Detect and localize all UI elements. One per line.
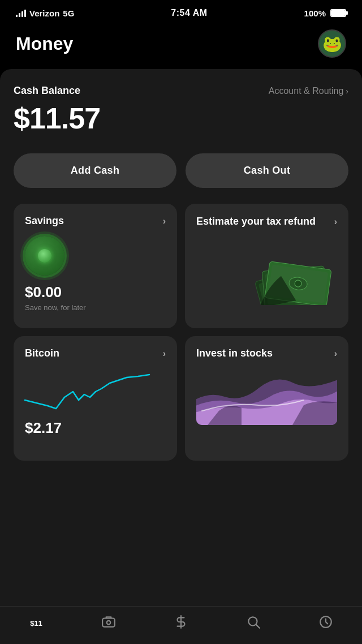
cash-balance-header: Cash Balance Account & Routing › — [14, 85, 348, 97]
nav-item-dollar[interactable] — [164, 615, 198, 632]
chevron-right-icon: › — [334, 349, 337, 359]
battery-fill — [331, 10, 345, 16]
chevron-right-icon: › — [346, 87, 348, 96]
savings-card[interactable]: Savings › $0.00 Save now, for later — [14, 204, 177, 328]
status-left: Verizon 5G — [16, 8, 74, 18]
invest-chart — [196, 368, 337, 425]
invest-stocks-card[interactable]: Invest in stocks › — [185, 336, 348, 461]
add-cash-button[interactable]: Add Cash — [14, 153, 176, 188]
status-bar: Verizon 5G 7:54 AM 100% — [0, 0, 362, 24]
svg-line-12 — [256, 625, 260, 628]
carrier-label: Verizon — [29, 8, 59, 18]
nav-balance-label: $11 — [30, 619, 42, 628]
bitcoin-card-title: Bitcoin › — [25, 347, 166, 359]
status-right: 100% — [304, 8, 346, 18]
battery-icon — [330, 9, 346, 17]
cash-out-button[interactable]: Cash Out — [186, 153, 348, 188]
chevron-right-icon: › — [334, 217, 337, 227]
status-time: 7:54 AM — [171, 8, 207, 18]
nav-item-search[interactable] — [236, 615, 270, 632]
dollar-icon — [174, 615, 188, 632]
clock-icon — [318, 615, 333, 632]
svg-rect-9 — [102, 619, 115, 627]
cards-grid: Savings › $0.00 Save now, for later Esti… — [14, 204, 348, 461]
search-icon — [246, 615, 261, 632]
tax-image — [196, 237, 337, 305]
chevron-right-icon: › — [163, 216, 166, 226]
cash-balance-label: Cash Balance — [14, 85, 80, 97]
savings-subtitle: Save now, for later — [25, 303, 166, 312]
chevron-right-icon: › — [163, 349, 166, 359]
tax-refund-card[interactable]: Estimate your tax refund › — [185, 204, 348, 328]
signal-icon — [16, 9, 26, 17]
avatar[interactable]: 🐸 — [318, 29, 346, 58]
money-bills-illustration — [252, 243, 343, 305]
account-routing-link[interactable]: Account & Routing › — [269, 86, 348, 96]
savings-card-title: Savings › — [25, 215, 166, 227]
page-title: Money — [16, 33, 73, 54]
nav-item-balance[interactable]: $11 — [19, 619, 53, 628]
balance-amount: $11.57 — [14, 101, 348, 135]
nav-item-history[interactable] — [309, 615, 343, 632]
bitcoin-chart — [25, 366, 166, 411]
bitcoin-amount: $2.17 — [25, 419, 166, 437]
svg-point-10 — [107, 621, 111, 625]
action-buttons: Add Cash Cash Out — [14, 153, 348, 188]
bitcoin-chart-svg — [25, 366, 149, 411]
nav-item-card[interactable] — [92, 615, 126, 632]
savings-icon — [25, 236, 64, 276]
app-header: Money 🐸 — [0, 24, 362, 69]
bitcoin-card[interactable]: Bitcoin › $2.17 — [14, 336, 177, 461]
battery-percent: 100% — [304, 8, 326, 18]
account-routing-text: Account & Routing — [269, 86, 344, 96]
bottom-nav: $11 — [0, 606, 362, 644]
network-label: 5G — [63, 8, 74, 18]
savings-amount: $0.00 — [25, 284, 166, 301]
tax-card-title: Estimate your tax refund › — [196, 215, 337, 228]
main-content: Cash Balance Account & Routing › $11.57 … — [0, 69, 362, 607]
camera-icon — [101, 615, 116, 632]
invest-card-title: Invest in stocks › — [196, 347, 337, 359]
invest-chart-svg — [196, 368, 337, 425]
